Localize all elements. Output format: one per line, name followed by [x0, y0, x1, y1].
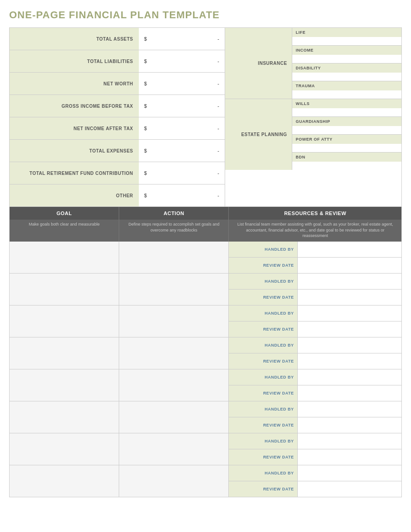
left-row-label: OTHER: [10, 184, 139, 206]
resources-cell: HANDLED BYREVIEW DATE: [229, 337, 401, 369]
review-date-value[interactable]: [298, 417, 401, 433]
goals-header-row: GOAL ACTION RESOURCES & REVIEW: [10, 207, 401, 220]
sub-row-label: DISABILITY: [292, 63, 401, 73]
goal-row: HANDLED BYREVIEW DATE: [10, 369, 401, 401]
handled-by-label: HANDLED BY: [229, 465, 298, 481]
sub-row-label: TRAUMA: [292, 81, 401, 90]
action-cell[interactable]: [119, 337, 229, 369]
goal-cell[interactable]: [10, 242, 119, 273]
left-row: TOTAL LIABILITIES $ -: [10, 50, 225, 73]
left-row: GROSS INCOME BEFORE TAX $ -: [10, 95, 225, 117]
value-display: -: [217, 58, 219, 64]
handled-by-value[interactable]: [298, 274, 401, 289]
goal-cell[interactable]: [10, 306, 119, 337]
goal-row: HANDLED BYREVIEW DATE: [10, 465, 401, 497]
action-cell[interactable]: [119, 274, 229, 305]
left-row-label: TOTAL RETIREMENT FUND CONTRIBUTION: [10, 162, 139, 184]
handled-by-value[interactable]: [298, 306, 401, 321]
sub-row: BDN: [292, 153, 401, 170]
review-date-row: REVIEW DATE: [229, 449, 401, 465]
goal-cell[interactable]: [10, 369, 119, 401]
left-row: TOTAL EXPENSES $ -: [10, 140, 225, 162]
goal-cell[interactable]: [10, 433, 119, 465]
goal-cell[interactable]: [10, 274, 119, 305]
resources-subheader: List financial team member assisting wit…: [229, 220, 401, 242]
left-row-value[interactable]: $ -: [139, 140, 225, 162]
handled-by-value[interactable]: [298, 465, 401, 481]
handled-by-label: HANDLED BY: [229, 337, 298, 353]
review-date-value[interactable]: [298, 385, 401, 401]
handled-by-value[interactable]: [298, 401, 401, 417]
sub-row-value[interactable]: [292, 144, 401, 152]
resources-cell: HANDLED BYREVIEW DATE: [229, 306, 401, 337]
dollar-sign: $: [144, 170, 147, 176]
resources-cell: HANDLED BYREVIEW DATE: [229, 401, 401, 433]
sub-row: WILLS: [292, 99, 401, 117]
left-row: NET WORTH $ -: [10, 73, 225, 95]
sub-row: LIFE: [292, 28, 401, 46]
resources-cell: HANDLED BYREVIEW DATE: [229, 242, 401, 273]
sub-row: TRAUMA: [292, 81, 401, 99]
review-date-label: REVIEW DATE: [229, 385, 298, 401]
action-cell[interactable]: [119, 306, 229, 337]
goal-cell[interactable]: [10, 337, 119, 369]
dollar-sign: $: [144, 193, 147, 198]
sub-row-value[interactable]: [292, 162, 401, 170]
left-row-value[interactable]: $ -: [139, 184, 225, 206]
dollar-sign: $: [144, 58, 147, 64]
sub-row-label: INCOME: [292, 46, 401, 55]
action-cell[interactable]: [119, 465, 229, 497]
left-row-value[interactable]: $ -: [139, 162, 225, 184]
review-date-value[interactable]: [298, 353, 401, 369]
sub-row-value[interactable]: [292, 73, 401, 81]
handled-by-label: HANDLED BY: [229, 306, 298, 321]
handled-by-value[interactable]: [298, 369, 401, 385]
review-date-value[interactable]: [298, 321, 401, 337]
review-date-value[interactable]: [298, 290, 401, 305]
handled-by-row: HANDLED BY: [229, 274, 401, 290]
dollar-sign: $: [144, 81, 147, 86]
dollar-sign: $: [144, 148, 147, 153]
action-cell[interactable]: [119, 401, 229, 433]
left-row-label: TOTAL ASSETS: [10, 28, 139, 50]
resources-cell: HANDLED BYREVIEW DATE: [229, 274, 401, 305]
group-label: INSURANCE: [225, 28, 292, 99]
handled-by-label: HANDLED BY: [229, 369, 298, 385]
sub-row: GUARDIANSHIP: [292, 117, 401, 135]
action-cell[interactable]: [119, 369, 229, 401]
review-date-value[interactable]: [298, 481, 401, 497]
left-row-value[interactable]: $ -: [139, 50, 225, 72]
handled-by-row: HANDLED BY: [229, 306, 401, 321]
sub-row-value[interactable]: [292, 126, 401, 134]
dollar-sign: $: [144, 103, 147, 109]
handled-by-value[interactable]: [298, 242, 401, 257]
value-display: -: [217, 81, 219, 86]
action-cell[interactable]: [119, 242, 229, 273]
left-row-value[interactable]: $ -: [139, 73, 225, 95]
review-date-value[interactable]: [298, 449, 401, 465]
handled-by-label: HANDLED BY: [229, 401, 298, 417]
sub-row-value[interactable]: [292, 37, 401, 45]
sub-row-label: GUARDIANSHIP: [292, 117, 401, 126]
action-cell[interactable]: [119, 433, 229, 465]
goal-row: HANDLED BYREVIEW DATE: [10, 274, 401, 306]
sub-row-value[interactable]: [292, 55, 401, 63]
handled-by-value[interactable]: [298, 337, 401, 353]
goal-cell[interactable]: [10, 401, 119, 433]
left-row-value[interactable]: $ -: [139, 117, 225, 139]
review-date-value[interactable]: [298, 258, 401, 273]
goal-row: HANDLED BYREVIEW DATE: [10, 306, 401, 337]
handled-by-value[interactable]: [298, 433, 401, 449]
right-group: ESTATE PLANNINGWILLSGUARDIANSHIPPOWER OF…: [225, 99, 401, 170]
review-date-row: REVIEW DATE: [229, 321, 401, 337]
right-group: INSURANCELIFEINCOMEDISABILITYTRAUMA: [225, 28, 401, 99]
sub-row-value[interactable]: [292, 108, 401, 116]
review-date-row: REVIEW DATE: [229, 385, 401, 401]
dollar-sign: $: [144, 126, 147, 131]
goal-cell[interactable]: [10, 465, 119, 497]
left-row-value[interactable]: $ -: [139, 28, 225, 50]
left-row-value[interactable]: $ -: [139, 95, 225, 117]
sub-rows: WILLSGUARDIANSHIPPOWER OF ATTYBDN: [292, 99, 401, 170]
sub-row-value[interactable]: [292, 90, 401, 99]
goal-rows-container: HANDLED BYREVIEW DATEHANDLED BYREVIEW DA…: [10, 242, 401, 497]
